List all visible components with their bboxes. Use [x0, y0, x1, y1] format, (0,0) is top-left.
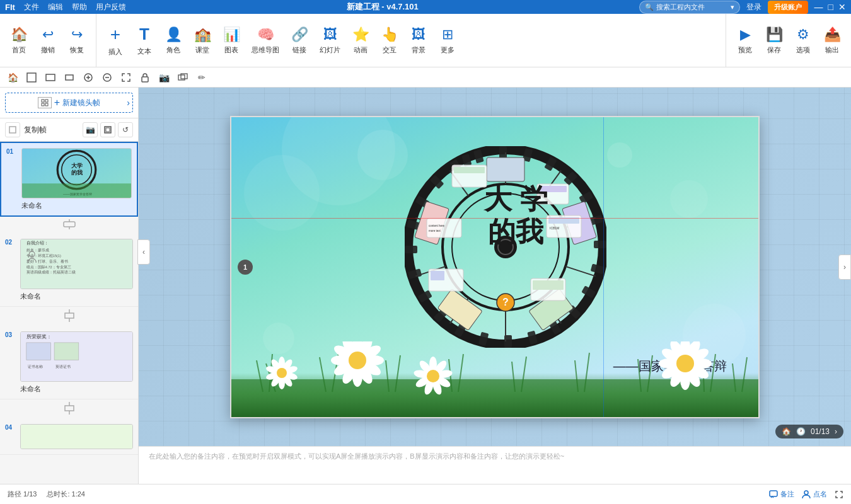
menu-help[interactable]: 帮助 [72, 2, 87, 13]
bokeh-4 [670, 180, 708, 218]
progress-clock-icon: 🕐 [796, 427, 806, 436]
save-button[interactable]: 💾 保存 [760, 18, 788, 63]
character-button[interactable]: 👤 角色 [159, 18, 187, 63]
new-frame-button[interactable]: + 新建镜头帧 › [5, 93, 133, 113]
point-label: 点名 [813, 490, 827, 499]
notes-placeholder: 在此处输入您的备注内容，在预览时开启双屏模式，可以实现A屏全屏播放演示内容，B屏… [149, 452, 564, 461]
sub-zoom-out-icon[interactable] [100, 70, 115, 85]
svg-text:爱好：打球、音乐、看书: 爱好：打球、音乐、看书 [26, 259, 68, 263]
more-icon: ⊞ [442, 26, 453, 43]
svg-text:所荣获奖：: 所荣获奖： [26, 334, 52, 340]
close-button[interactable]: ✕ [838, 2, 846, 12]
slide-button[interactable]: 🖼 幻灯片 [315, 18, 345, 63]
sub-camera-icon[interactable]: 📷 [156, 70, 171, 85]
slide-item-1[interactable]: 01 [0, 142, 138, 217]
slide-item-2[interactable]: 02 自我介绍： 姓名：廖乐成 专业：环境工程15(1) 爱好：打球、音乐、看书… [0, 234, 138, 307]
comment-label: 备注 [780, 490, 794, 499]
more-button[interactable]: ⊞ 更多 [434, 18, 461, 63]
export-icon: 📤 [824, 26, 841, 43]
point-button[interactable]: 点名 [802, 490, 827, 499]
titlebar-right: 🔍 搜索工程内文件 ▾ 登录 升级账户 — □ ✕ [639, 1, 846, 14]
preview-button[interactable]: ▶ 预览 [731, 18, 759, 63]
animation-button[interactable]: ⭐ 动画 [347, 18, 374, 63]
text-button[interactable]: T 文本 [130, 18, 158, 63]
sub-lock-icon[interactable] [137, 70, 153, 85]
search-box[interactable]: 🔍 搜索工程内文件 ▾ [639, 1, 740, 14]
menu-feedback[interactable]: 用户反馈 [96, 2, 126, 13]
toolbar: 🏠 首页 ↩ 撤销 ↪ 恢复 + 插入 T 文本 👤 角色 🏫 课堂 [0, 14, 851, 67]
slide-connector-3 [0, 399, 138, 419]
statusbar-left: 路径 1/13 总时长: 1:24 [8, 490, 85, 499]
upgrade-button[interactable]: 升级账户 [768, 1, 808, 14]
sub-rect1-icon[interactable] [24, 70, 39, 85]
sidebar-camera-icon[interactable]: 📷 [83, 122, 98, 137]
svg-point-180 [676, 355, 694, 372]
copy-frame-checkbox[interactable] [5, 122, 20, 137]
right-panel-toggle[interactable]: › [838, 255, 851, 280]
svg-text:的我: 的我 [71, 169, 83, 176]
toolbar-group-output: ▶ 预览 💾 保存 ⚙ 选项 📤 输出 [726, 14, 851, 67]
home-label: 首页 [12, 45, 26, 55]
sub-shape-icon[interactable] [175, 70, 190, 85]
options-button[interactable]: ⚙ 选项 [789, 18, 817, 63]
svg-text:content here: content here [429, 224, 445, 227]
svg-rect-56 [594, 241, 606, 248]
save-label: 保存 [767, 45, 781, 55]
text-icon: T [139, 25, 149, 44]
slide-thumb-3: 所荣获奖： 证书名称 英语证书 [20, 331, 133, 382]
svg-rect-14 [45, 103, 48, 106]
menu-file[interactable]: 文件 [24, 2, 39, 13]
preview-label: 预览 [738, 45, 752, 55]
slide-item-3[interactable]: 03 所荣获奖： 证书名称 英语证书 [0, 326, 138, 399]
svg-rect-13 [42, 103, 44, 106]
app-logo: FIt [5, 3, 15, 12]
maximize-button[interactable]: □ [828, 2, 833, 12]
classroom-button[interactable]: 🏫 课堂 [188, 18, 216, 63]
chart-button[interactable]: 📊 图表 [217, 18, 245, 63]
sub-edit-icon[interactable]: ✏ [194, 70, 209, 85]
undo-label: 撤销 [41, 45, 55, 55]
progress-next-icon[interactable]: › [835, 427, 837, 436]
menu-edit[interactable]: 编辑 [48, 2, 63, 13]
main-area: + 新建镜头帧 › 复制帧 📷 ↺ 01 [0, 88, 851, 484]
sub-zoom-in-icon[interactable] [81, 70, 96, 85]
link-button[interactable]: 🔗 链接 [286, 18, 313, 63]
svg-rect-181 [770, 491, 777, 496]
sub-fit-icon[interactable] [119, 70, 134, 85]
sub-rect2-icon[interactable] [43, 70, 58, 85]
sidebar-expand-icon[interactable] [100, 122, 115, 137]
slide-connector-1 [0, 217, 138, 234]
login-button[interactable]: 登录 [746, 2, 761, 13]
undo-button[interactable]: ↩ 撤销 [34, 18, 62, 63]
sub-rect3-icon[interactable] [62, 70, 77, 85]
statusbar: 路径 1/13 总时长: 1:24 备注 点名 [0, 484, 851, 504]
notes-area[interactable]: 在此处输入您的备注内容，在预览时开启双屏模式，可以实现A屏全屏播放演示内容，B屏… [139, 446, 851, 484]
slide-thumb-1: 大学 的我 ——国家奖学金答辩 [21, 148, 132, 198]
export-button[interactable]: 📤 输出 [818, 18, 846, 63]
background-button[interactable]: 🖼 背景 [405, 18, 432, 63]
redo-icon: ↪ [71, 26, 83, 43]
sidebar-rotate-icon[interactable]: ↺ [118, 122, 133, 137]
svg-text:证书名称: 证书名称 [28, 365, 43, 369]
expand-button[interactable] [835, 490, 843, 499]
home-button[interactable]: 🏠 首页 [5, 18, 33, 63]
insert-button[interactable]: + 插入 [101, 18, 129, 63]
classroom-label: 课堂 [195, 45, 209, 55]
minimize-button[interactable]: — [814, 2, 823, 12]
sub-home-icon[interactable]: 🏠 [5, 70, 20, 85]
slide-main-text: 大 学 的我 [484, 183, 547, 249]
svg-text:more text: more text [429, 229, 441, 232]
progress-indicator: 🏠 🕐 01/13 › [775, 425, 843, 438]
comment-button[interactable]: 备注 [769, 490, 794, 499]
slide-item-4[interactable]: 04 [0, 419, 138, 455]
svg-rect-101 [454, 167, 485, 173]
redo-button[interactable]: ↪ 恢复 [63, 18, 91, 63]
connector-icon-2 [63, 309, 76, 324]
interactive-button[interactable]: 👆 交互 [376, 18, 403, 63]
slide-connector-2 [0, 307, 138, 326]
svg-rect-96 [548, 217, 579, 224]
svg-text:英语证书: 英语证书 [55, 365, 71, 369]
mindmap-button[interactable]: 🧠 思维导图 [246, 18, 284, 63]
slide-canvas: ? ICB1M content here more text [230, 116, 760, 418]
sidebar-collapse-button[interactable]: ‹ [137, 239, 150, 265]
